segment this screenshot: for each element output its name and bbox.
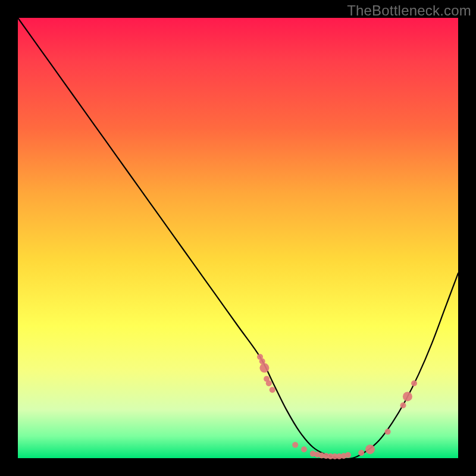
datapoint-marker: [400, 402, 406, 408]
datapoint-marker: [403, 392, 412, 401]
bottleneck-curve: [18, 18, 458, 459]
chart-svg: [18, 18, 458, 458]
datapoint-marker: [411, 380, 417, 386]
datapoint-marker: [259, 363, 269, 372]
datapoint-marker: [365, 444, 375, 454]
datapoint-marker: [266, 380, 272, 386]
watermark-text: TheBottleneck.com: [347, 2, 471, 19]
datapoint-markers: [257, 354, 417, 459]
datapoint-marker: [358, 450, 364, 456]
datapoint-marker: [301, 446, 307, 452]
datapoint-marker: [385, 429, 391, 435]
chart-frame: TheBottleneck.com: [0, 0, 476, 476]
datapoint-marker: [270, 387, 275, 393]
datapoint-marker: [345, 452, 351, 458]
datapoint-marker: [292, 442, 298, 448]
